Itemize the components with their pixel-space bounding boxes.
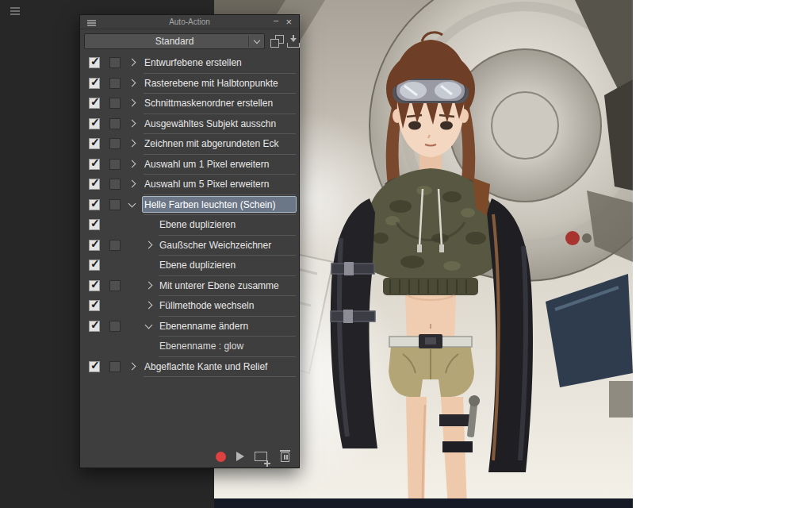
trash-icon (284, 455, 285, 460)
action-checkbox[interactable]: ✓ (89, 179, 100, 190)
chevron-right-icon[interactable] (128, 140, 136, 148)
action-label: Ebene duplizieren (159, 219, 297, 230)
action-row[interactable]: Ebenenname : glow (80, 337, 299, 357)
goggles (393, 79, 469, 103)
dialog-toggle[interactable] (109, 179, 121, 190)
check-icon: ✓ (90, 156, 100, 169)
row-divider (144, 194, 296, 195)
register-auto-action-button[interactable] (270, 35, 284, 48)
action-row[interactable]: ✓Füllmethode wechseln (80, 296, 299, 317)
chevron-down-icon[interactable] (128, 199, 136, 207)
import-auto-action-button[interactable] (287, 35, 300, 48)
preset-dropdown[interactable]: Standard (84, 33, 265, 49)
action-checkbox[interactable]: ✓ (89, 138, 100, 149)
panel-footer (80, 445, 299, 468)
action-checkbox[interactable]: ✓ (89, 57, 100, 68)
chevron-right-icon[interactable] (128, 119, 136, 127)
check-icon: ✓ (90, 95, 100, 108)
check-icon: ✓ (90, 318, 100, 331)
row-divider (159, 336, 296, 337)
action-checkbox[interactable]: ✓ (89, 118, 100, 129)
copy-icon (270, 39, 279, 48)
action-label: Füllmethode wechseln (159, 300, 297, 311)
action-checkbox[interactable]: ✓ (89, 300, 100, 311)
chevron-right-icon[interactable] (145, 281, 153, 289)
action-checkbox[interactable]: ✓ (89, 321, 100, 332)
chevron-right-icon[interactable] (145, 302, 153, 310)
action-list: ✓Entwurfebene erstellen✓Rasterebene mit … (80, 53, 299, 444)
row-divider (144, 214, 296, 215)
action-checkbox[interactable]: ✓ (89, 98, 100, 109)
trash-icon (281, 452, 289, 462)
play-button[interactable] (236, 452, 244, 461)
row-divider (159, 356, 296, 357)
action-row[interactable]: ✓Rasterebene mit Halbtonpunkte (80, 74, 299, 94)
action-row[interactable]: ✓Schnittmaskenordner erstellen (80, 94, 299, 114)
chevron-right-icon[interactable] (128, 160, 136, 167)
action-checkbox[interactable]: ✓ (89, 199, 100, 210)
row-divider (144, 376, 296, 377)
chevron-right-icon[interactable] (128, 79, 136, 87)
action-row[interactable]: ✓Helle Farben leuchten (Schein) (80, 195, 299, 216)
action-label: Auswahl um 5 Pixel erweitern (144, 179, 297, 190)
action-row[interactable]: ✓Ebene duplizieren (80, 215, 299, 236)
action-row[interactable]: ✓Ebenenname ändern (80, 317, 299, 337)
action-row[interactable]: ✓Abgeflachte Kante und Relief (80, 357, 299, 378)
dialog-toggle[interactable] (109, 280, 121, 291)
chevron-right-icon[interactable] (128, 180, 136, 188)
row-divider (144, 93, 296, 94)
minimize-button[interactable]: – (274, 15, 278, 25)
row-divider (159, 295, 296, 296)
download-icon (287, 43, 300, 48)
action-row[interactable]: ✓Entwurfebene erstellen (80, 53, 299, 74)
action-row[interactable]: ✓Auswahl um 5 Pixel erweitern (80, 175, 299, 195)
action-label: Mit unterer Ebene zusamme (159, 280, 297, 291)
add-auto-action-button[interactable] (255, 452, 267, 461)
dialog-toggle[interactable] (109, 57, 121, 68)
action-checkbox[interactable]: ✓ (89, 361, 100, 372)
action-label: Ausgewähltes Subjekt ausschn (144, 118, 297, 129)
action-row[interactable]: ✓Mit unterer Ebene zusamme (80, 276, 299, 297)
page-background (633, 0, 812, 508)
action-label: Gaußscher Weichzeichner (159, 240, 297, 251)
dialog-toggle[interactable] (109, 159, 121, 170)
action-row[interactable]: ✓Auswahl um 1 Pixel erweitern (80, 155, 299, 175)
action-label: Rasterebene mit Halbtonpunkte (144, 78, 297, 89)
delete-auto-action-button[interactable] (280, 450, 290, 463)
chevron-right-icon[interactable] (128, 59, 136, 67)
action-label: Abgeflachte Kante und Relief (144, 361, 297, 372)
dialog-toggle[interactable] (109, 78, 121, 89)
check-icon: ✓ (90, 116, 100, 129)
action-label: Zeichnen mit abgerundeten Eck (144, 138, 297, 149)
chevron-right-icon[interactable] (128, 362, 136, 370)
action-row[interactable]: ✓Zeichnen mit abgerundeten Eck (80, 134, 299, 155)
dialog-toggle[interactable] (109, 361, 121, 372)
row-divider (144, 73, 296, 74)
action-checkbox[interactable]: ✓ (89, 219, 100, 230)
hamburger-icon[interactable] (10, 7, 20, 9)
action-label: Schnittmaskenordner erstellen (144, 98, 297, 109)
check-icon: ✓ (90, 197, 100, 210)
record-button[interactable] (216, 452, 226, 462)
dialog-toggle[interactable] (109, 321, 121, 332)
dialog-toggle[interactable] (109, 240, 121, 251)
action-checkbox[interactable]: ✓ (89, 260, 100, 271)
dialog-toggle[interactable] (109, 98, 121, 109)
action-checkbox[interactable]: ✓ (89, 159, 100, 170)
action-row[interactable]: ✓Gaußscher Weichzeichner (80, 236, 299, 256)
trash-icon (286, 455, 288, 460)
chevron-right-icon[interactable] (145, 241, 153, 248)
action-checkbox[interactable]: ✓ (89, 78, 100, 89)
panel-titlebar[interactable]: Auto-Action – × (80, 15, 299, 29)
check-icon: ✓ (90, 217, 100, 229)
dialog-toggle[interactable] (109, 199, 121, 210)
action-row[interactable]: ✓Ausgewähltes Subjekt ausschn (80, 114, 299, 135)
action-row[interactable]: ✓Ebene duplizieren (80, 256, 299, 276)
dialog-toggle[interactable] (109, 118, 121, 129)
action-checkbox[interactable]: ✓ (89, 280, 100, 291)
chevron-down-icon[interactable] (145, 321, 153, 329)
close-button[interactable]: × (285, 17, 292, 28)
dialog-toggle[interactable] (109, 138, 121, 149)
chevron-right-icon[interactable] (128, 99, 136, 107)
action-checkbox[interactable]: ✓ (89, 240, 100, 251)
